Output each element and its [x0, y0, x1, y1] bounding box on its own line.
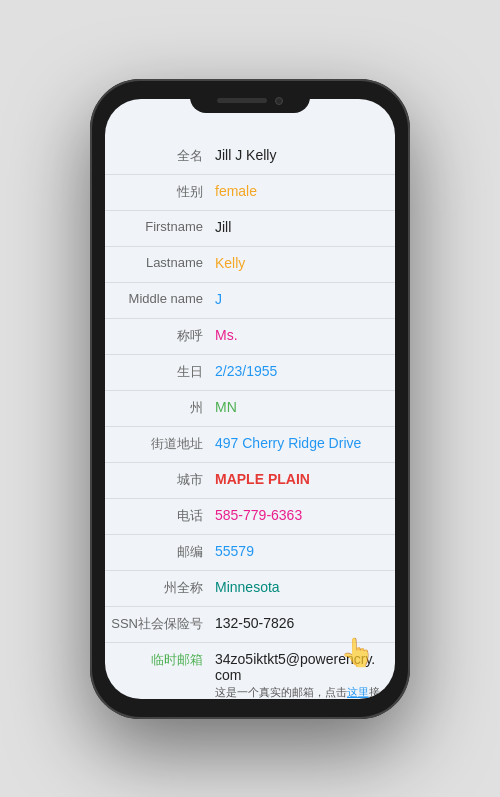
- label-tempemail[interactable]: 临时邮箱: [105, 649, 215, 669]
- value-state: MN: [215, 397, 387, 415]
- row-stateful: 州全称Minnesota: [105, 571, 395, 607]
- row-middlename: Middle nameJ: [105, 283, 395, 319]
- label-city: 城市: [105, 469, 215, 489]
- value-ssn: 132-50-7826: [215, 613, 387, 631]
- label-fullname: 全名: [105, 145, 215, 165]
- row-city: 城市MAPLE PLAIN: [105, 463, 395, 499]
- value-fullname: Jill J Kelly: [215, 145, 387, 163]
- speaker: [217, 98, 267, 103]
- label-gender: 性别: [105, 181, 215, 201]
- value-street: 497 Cherry Ridge Drive: [215, 433, 387, 451]
- label-phone: 电话: [105, 505, 215, 525]
- label-zip: 邮编: [105, 541, 215, 561]
- row-fullname: 全名Jill J Kelly: [105, 139, 395, 175]
- value-city: MAPLE PLAIN: [215, 469, 387, 487]
- row-phone: 电话585-779-6363: [105, 499, 395, 535]
- value-stateful: Minnesota: [215, 577, 387, 595]
- row-state: 州MN: [105, 391, 395, 427]
- label-salutation: 称呼: [105, 325, 215, 345]
- value-middlename: J: [215, 289, 387, 307]
- row-street: 街道地址497 Cherry Ridge Drive: [105, 427, 395, 463]
- row-gender: 性别female: [105, 175, 395, 211]
- value-birthday: 2/23/1955: [215, 361, 387, 379]
- hand-gesture-icon: 👆: [340, 636, 375, 669]
- label-ssn: SSN社会保险号: [105, 613, 215, 633]
- phone-frame: 全名Jill J Kelly性别femaleFirstnameJillLastn…: [90, 79, 410, 719]
- value-lastname: Kelly: [215, 253, 387, 271]
- screen-content[interactable]: 全名Jill J Kelly性别femaleFirstnameJillLastn…: [105, 99, 395, 699]
- row-lastname: LastnameKelly: [105, 247, 395, 283]
- row-zip: 邮编55579: [105, 535, 395, 571]
- camera: [275, 97, 283, 105]
- row-firstname: FirstnameJill: [105, 211, 395, 247]
- label-middlename: Middle name: [105, 289, 215, 306]
- label-lastname: Lastname: [105, 253, 215, 270]
- label-birthday: 生日: [105, 361, 215, 381]
- label-firstname: Firstname: [105, 217, 215, 234]
- label-stateful: 州全称: [105, 577, 215, 597]
- label-street: 街道地址: [105, 433, 215, 453]
- value-firstname: Jill: [215, 217, 387, 235]
- label-state: 州: [105, 397, 215, 417]
- phone-notch: [190, 89, 310, 113]
- subtext-tempemail: 这是一个真实的邮箱，点击这里接收邮件: [215, 685, 387, 699]
- phone-screen: 全名Jill J Kelly性别femaleFirstnameJillLastn…: [105, 99, 395, 699]
- row-birthday: 生日2/23/1955: [105, 355, 395, 391]
- value-gender: female: [215, 181, 387, 199]
- value-zip: 55579: [215, 541, 387, 559]
- subtext-link-tempemail[interactable]: 这里: [347, 686, 369, 698]
- value-salutation: Ms.: [215, 325, 387, 343]
- row-salutation: 称呼Ms.: [105, 319, 395, 355]
- value-phone: 585-779-6363: [215, 505, 387, 523]
